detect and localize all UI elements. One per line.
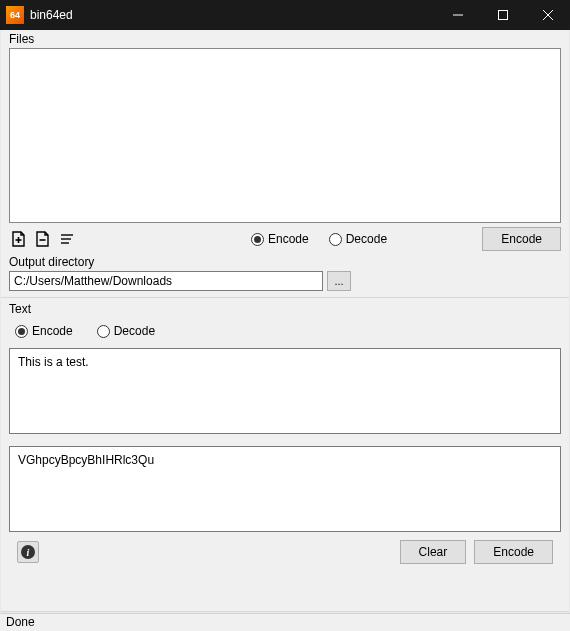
text-label: Text [9, 300, 561, 318]
svg-rect-1 [498, 11, 507, 20]
text-decode-radio-label: Decode [114, 324, 155, 338]
file-action-button[interactable]: Encode [482, 227, 561, 251]
add-file-button[interactable] [9, 229, 29, 249]
text-encode-radio-label: Encode [32, 324, 73, 338]
app-icon: 64 [6, 6, 24, 24]
text-decode-radio[interactable]: Decode [97, 324, 155, 338]
info-icon: i [21, 545, 35, 559]
remove-file-button[interactable] [33, 229, 53, 249]
file-decode-radio-label: Decode [346, 232, 387, 246]
maximize-button[interactable] [480, 0, 525, 30]
status-text: Done [6, 615, 35, 629]
close-button[interactable] [525, 0, 570, 30]
minimize-button[interactable] [435, 0, 480, 30]
clear-files-button[interactable] [57, 229, 77, 249]
window-title: bin64ed [30, 8, 435, 22]
output-directory-input[interactable] [9, 271, 323, 291]
title-bar: 64 bin64ed [0, 0, 570, 30]
clear-button[interactable]: Clear [400, 540, 467, 564]
files-label: Files [1, 30, 569, 48]
about-button[interactable]: i [17, 541, 39, 563]
text-output[interactable] [9, 446, 561, 532]
text-input[interactable] [9, 348, 561, 434]
text-encode-radio[interactable]: Encode [15, 324, 73, 338]
status-bar: Done [0, 613, 570, 631]
file-encode-radio[interactable]: Encode [251, 232, 309, 246]
files-list[interactable] [9, 48, 561, 223]
output-directory-label: Output directory [9, 253, 561, 271]
file-encode-radio-label: Encode [268, 232, 309, 246]
browse-button[interactable]: ... [327, 271, 351, 291]
text-encode-button[interactable]: Encode [474, 540, 553, 564]
file-decode-radio[interactable]: Decode [329, 232, 387, 246]
